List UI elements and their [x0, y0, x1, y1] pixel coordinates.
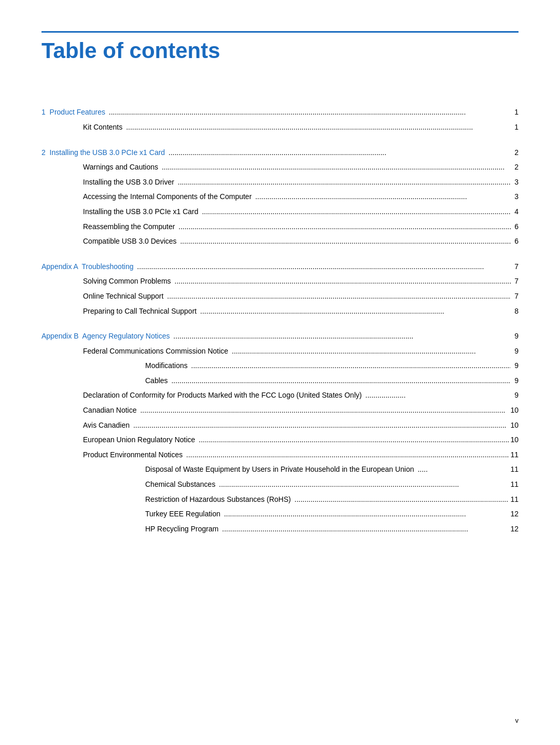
subsection-label: Compatible USB 3.0 Devices	[83, 234, 177, 248]
subsection-label: Declaration of Conformity for Products M…	[83, 388, 362, 402]
dots: ........................................…	[220, 522, 507, 536]
section-1-link[interactable]: 1 Product Features	[41, 108, 105, 116]
toc-entry-row: Compatible USB 3.0 Devices .............…	[83, 234, 519, 249]
subsection-label: Kit Contents	[83, 120, 122, 134]
toc-entry-row: Canadian Notice ........................…	[83, 403, 519, 418]
toc-appendix-a: Appendix A Troubleshooting .............…	[41, 260, 519, 319]
toc-entry-row: European Union Regulatory Notice .......…	[83, 433, 519, 448]
dots: ........................................…	[222, 507, 507, 521]
section-1-page: 1	[512, 105, 519, 119]
subsection-page: 3	[512, 175, 519, 189]
subsection-label: Turkey EEE Regulation	[145, 507, 220, 521]
dots: ........................................…	[200, 205, 511, 219]
subsection-page: 2	[512, 160, 519, 174]
dots: ........................................…	[176, 220, 511, 234]
appendix-a-page: 7	[512, 260, 519, 274]
subsection-label: Cables	[145, 374, 168, 388]
subsection-label: Modifications	[145, 359, 188, 373]
subsection-page: 6	[512, 234, 519, 248]
dots: .....	[416, 462, 509, 476]
toc-entry-row: Solving Common Problems ................…	[83, 274, 519, 289]
toc-entry-row: Cables .................................…	[145, 374, 519, 389]
appendix-b-page: 9	[512, 329, 519, 343]
dots: ........................................…	[171, 329, 511, 343]
dots: ........................................…	[189, 359, 511, 373]
spacer	[41, 135, 519, 146]
subsection-page: 11	[509, 477, 519, 491]
spacer	[41, 319, 519, 329]
toc-entry-row: Appendix A Troubleshooting .............…	[41, 260, 519, 275]
subsection-label: Restriction of Hazardous Substances (RoH…	[145, 493, 291, 507]
dots: ........................................…	[198, 304, 511, 318]
subsection-label: HP Recycling Program	[145, 522, 218, 536]
toc-entry-row: Online Technical Support ...............…	[83, 289, 519, 304]
page-footer: v	[515, 716, 519, 724]
toc-entry-row: 2 Installing the USB 3.0 PCIe x1 Card ..…	[41, 146, 519, 161]
toc-entry-row: Restriction of Hazardous Substances (RoH…	[145, 493, 519, 508]
section-2-link[interactable]: 2 Installing the USB 3.0 PCIe x1 Card	[41, 148, 165, 157]
dots: ........................................…	[131, 418, 507, 432]
dots: ........................................…	[135, 260, 511, 274]
subsection-page: 11	[510, 493, 519, 507]
subsection-page: 12	[509, 507, 519, 521]
appendix-a-link[interactable]: Appendix A Troubleshooting	[41, 262, 133, 271]
dots: ........................................…	[292, 493, 509, 507]
dots: ........................................…	[184, 448, 509, 462]
dots: ........................................…	[173, 274, 511, 288]
toc-entry-row: Avis Canadien ..........................…	[83, 418, 519, 433]
section-2-page: 2	[512, 146, 519, 160]
subsection-page: 10	[509, 403, 519, 417]
toc-section-2: 2 Installing the USB 3.0 PCIe x1 Card ..…	[41, 146, 519, 249]
subsection-label: Canadian Notice	[83, 403, 137, 417]
top-border	[41, 31, 519, 33]
toc-entry-row: 1 Product Features .....................…	[41, 105, 519, 120]
page-container: Table of contents 1 Product Features ...…	[0, 0, 560, 578]
subsection-label: Warnings and Cautions	[83, 160, 158, 174]
spacer	[41, 249, 519, 260]
subsection-page: 7	[512, 289, 519, 303]
subsection-page: 11	[510, 462, 519, 476]
toc-entry-row: Accessing the Internal Components of the…	[83, 190, 519, 205]
dots: ........................................…	[107, 105, 511, 119]
subsection-label: European Union Regulatory Notice	[83, 433, 195, 447]
toc-entry-row: Preparing to Call Technical Support ....…	[83, 304, 519, 319]
toc-entry-row: Declaration of Conformity for Products M…	[83, 388, 519, 403]
toc-entry-row: Installing the USB 3.0 PCIe x1 Card ....…	[83, 205, 519, 220]
subsection-page: 4	[512, 205, 519, 219]
toc-entry-row: Reassembling the Computer ..............…	[83, 220, 519, 235]
toc-appendix-b: Appendix B Agency Regulatory Notices ...…	[41, 329, 519, 537]
subsection-page: 3	[512, 190, 519, 204]
toc-entry-row: Federal Communications Commission Notice…	[83, 344, 519, 359]
toc-entry-row: Modifications ..........................…	[145, 359, 519, 374]
subsection-page: 7	[512, 274, 519, 288]
dots: ........................................…	[178, 234, 511, 248]
subsection-label: Installing the USB 3.0 PCIe x1 Card	[83, 205, 199, 219]
subsection-label: Solving Common Problems	[83, 274, 171, 288]
toc-entry-row: Appendix B Agency Regulatory Notices ...…	[41, 329, 519, 344]
subsection-page: 10	[509, 418, 519, 432]
subsection-label: Installing the USB 3.0 Driver	[83, 175, 174, 189]
dots: ........................................…	[170, 374, 511, 388]
page-title: Table of contents	[41, 38, 519, 64]
subsection-label: Preparing to Call Technical Support	[83, 304, 197, 318]
subsection-page: 9	[512, 344, 519, 358]
subsection-label: Federal Communications Commission Notice	[83, 344, 228, 358]
appendix-b-link[interactable]: Appendix B Agency Regulatory Notices	[41, 332, 170, 340]
title-section: Table of contents	[41, 31, 519, 64]
subsection-label: Reassembling the Computer	[83, 220, 175, 234]
section-1-label: 1 Product Features	[41, 105, 105, 119]
toc-section-1: 1 Product Features .....................…	[41, 105, 519, 135]
appendix-a-label: Appendix A Troubleshooting	[41, 260, 133, 274]
dots: ........................................…	[217, 477, 507, 491]
section-2-label: 2 Installing the USB 3.0 PCIe x1 Card	[41, 146, 165, 160]
toc-entry-row: Product Environmental Notices ..........…	[83, 448, 519, 463]
subsection-label: Accessing the Internal Components of the…	[83, 190, 251, 204]
subsection-label: Online Technical Support	[83, 289, 163, 303]
dots: ........................................…	[138, 403, 507, 417]
dots: ........................................…	[176, 175, 511, 189]
subsection-label: Chemical Substances	[145, 477, 215, 491]
subsection-page: 1	[512, 120, 519, 134]
spacer	[41, 95, 519, 105]
dots: ....................	[363, 388, 513, 402]
dots: ........................................…	[230, 344, 511, 358]
